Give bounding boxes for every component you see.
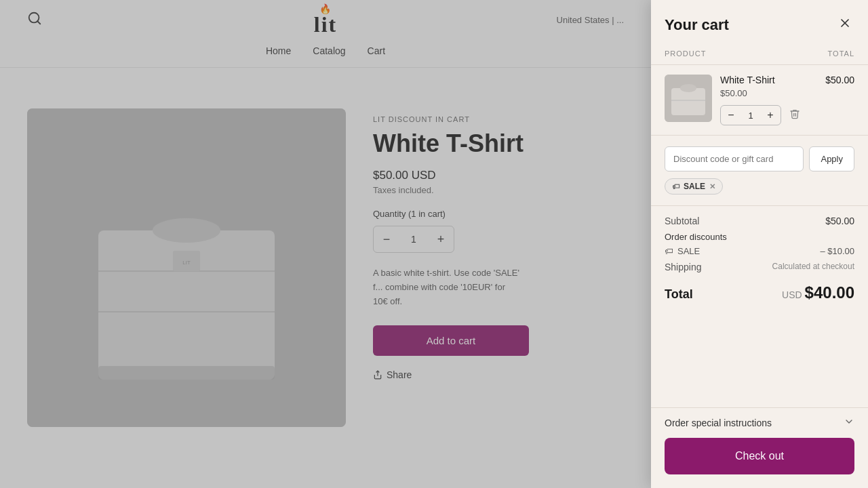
product-details: LIT DISCOUNT IN CART White T-Shirt $50.0… bbox=[373, 108, 624, 427]
header: 🔥 lit United States | ... bbox=[0, 0, 651, 40]
quantity-decrease-button[interactable]: − bbox=[374, 226, 399, 252]
quantity-control: − 1 + bbox=[373, 226, 454, 253]
svg-text:LIT: LIT bbox=[182, 260, 191, 266]
cart-quantity-control: − 1 + bbox=[720, 105, 781, 125]
cart-item-image bbox=[665, 75, 712, 122]
discount-code-label: SALE bbox=[684, 182, 705, 191]
cart-quantity-value: 1 bbox=[741, 110, 760, 121]
subtotal-label: Subtotal bbox=[665, 216, 699, 226]
discount-amount: – $10.00 bbox=[820, 246, 854, 256]
quantity-label: Quantity (1 in cart) bbox=[373, 209, 624, 219]
special-instructions-toggle[interactable]: Order special instructions bbox=[651, 407, 868, 438]
search-icon[interactable] bbox=[27, 11, 42, 29]
nav-cart[interactable]: Cart bbox=[368, 45, 385, 56]
region-selector[interactable]: United States | ... bbox=[557, 15, 624, 25]
discount-tag-icon: 🏷 bbox=[665, 246, 673, 256]
add-to-cart-button[interactable]: Add to cart bbox=[373, 325, 529, 356]
special-instructions-label: Order special instructions bbox=[665, 418, 772, 428]
cart-summary: Subtotal $50.00 Order discounts 🏷 SALE –… bbox=[651, 206, 868, 407]
nav-home[interactable]: Home bbox=[266, 45, 291, 56]
svg-rect-7 bbox=[98, 366, 275, 380]
product-area: LIT LIT DISCOUNT IN CART White T-Shirt $… bbox=[0, 81, 651, 454]
page-background: 🔥 lit United States | ... Home Catalog C… bbox=[0, 0, 651, 488]
cart-item-delete-button[interactable] bbox=[787, 106, 803, 125]
product-price: $50.00 USD bbox=[373, 169, 624, 182]
close-cart-button[interactable] bbox=[835, 14, 854, 36]
product-description: A basic white t-shirt. Use code 'SALE' f… bbox=[373, 266, 522, 308]
share-label: Share bbox=[387, 369, 412, 380]
main-nav: Home Catalog Cart bbox=[0, 40, 651, 68]
cart-item-qty-row: − 1 + bbox=[720, 105, 817, 125]
discount-line: 🏷 SALE – $10.00 bbox=[665, 246, 854, 256]
total-column-header: TOTAL bbox=[828, 49, 854, 58]
checkout-button[interactable]: Check out bbox=[665, 438, 854, 474]
cart-quantity-increase-button[interactable]: + bbox=[760, 106, 781, 125]
cart-item-name: White T-Shirt bbox=[720, 75, 817, 85]
site-logo: 🔥 lit bbox=[314, 3, 337, 37]
product-title: White T-Shirt bbox=[373, 129, 624, 158]
cart-header: Your cart bbox=[651, 0, 868, 47]
trash-icon bbox=[789, 108, 800, 119]
tag-icon: 🏷 bbox=[672, 182, 679, 190]
nav-catalog[interactable]: Catalog bbox=[313, 45, 345, 56]
apply-discount-button[interactable]: Apply bbox=[809, 146, 854, 171]
cart-column-headers: PRODUCT TOTAL bbox=[651, 47, 868, 65]
total-row: Total USD$40.00 bbox=[665, 279, 854, 302]
discount-section: Apply 🏷 SALE ✕ bbox=[651, 136, 868, 206]
product-image: LIT bbox=[27, 108, 346, 427]
total-currency: USD bbox=[782, 289, 802, 300]
order-discounts-label: Order discounts bbox=[665, 232, 854, 242]
cart-item-unit-price: $50.00 bbox=[720, 88, 817, 98]
quantity-increase-button[interactable]: + bbox=[428, 226, 454, 252]
total-label: Total bbox=[665, 287, 693, 302]
remove-discount-button[interactable]: ✕ bbox=[709, 182, 715, 191]
total-value: $40.00 bbox=[805, 283, 854, 302]
shipping-label: Shipping bbox=[665, 262, 702, 272]
close-icon bbox=[838, 16, 852, 30]
chevron-down-icon bbox=[844, 416, 854, 430]
share-icon bbox=[373, 370, 382, 380]
svg-point-4 bbox=[153, 218, 220, 243]
shipping-row: Shipping Calculated at checkout bbox=[665, 262, 854, 272]
applied-discount-badge: 🏷 SALE ✕ bbox=[665, 178, 723, 195]
cart-quantity-decrease-button[interactable]: − bbox=[721, 106, 741, 125]
discount-code-value: SALE bbox=[677, 246, 700, 256]
svg-line-1 bbox=[37, 21, 40, 24]
discount-line-left: 🏷 SALE bbox=[665, 246, 700, 256]
share-button[interactable]: Share bbox=[373, 369, 412, 380]
total-value-container: USD$40.00 bbox=[782, 283, 854, 302]
quantity-value: 1 bbox=[399, 234, 428, 245]
cart-item-total: $50.00 bbox=[825, 75, 854, 125]
shipping-value: Calculated at checkout bbox=[772, 262, 854, 272]
subtotal-row: Subtotal $50.00 bbox=[665, 216, 854, 226]
svg-point-15 bbox=[680, 84, 696, 92]
cart-item-info: White T-Shirt $50.00 − 1 + bbox=[720, 75, 817, 125]
cart-panel: Your cart PRODUCT TOTAL White T-Shirt $5… bbox=[651, 0, 868, 488]
discount-code-input[interactable] bbox=[665, 146, 804, 171]
discount-input-row: Apply bbox=[665, 146, 854, 171]
product-taxes: Taxes included. bbox=[373, 185, 624, 195]
cart-item: White T-Shirt $50.00 − 1 + bbox=[651, 65, 868, 136]
cart-title: Your cart bbox=[665, 16, 729, 34]
product-column-header: PRODUCT bbox=[665, 49, 706, 58]
product-tag: LIT DISCOUNT IN CART bbox=[373, 115, 624, 123]
subtotal-value: $50.00 bbox=[825, 216, 854, 226]
